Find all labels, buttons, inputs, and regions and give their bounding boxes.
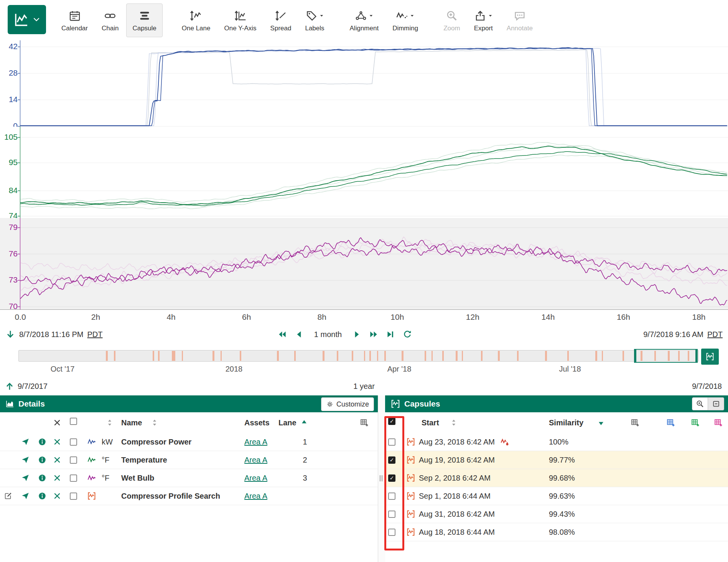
pin-icon[interactable]	[21, 451, 30, 469]
toolbar-button-spread[interactable]: Spread	[264, 3, 298, 37]
sort-lane-asc-icon[interactable]	[300, 412, 308, 433]
item-name[interactable]: Temperature	[121, 451, 167, 469]
remove-all-icon[interactable]	[53, 412, 61, 433]
capsules-add-column-icon[interactable]	[631, 412, 640, 433]
details-row-checkbox[interactable]	[70, 474, 77, 482]
toolbar-button-one-y-axis[interactable]: One Y-Axis	[218, 3, 262, 37]
similarity-column-header[interactable]: Similarity	[549, 412, 583, 433]
capsule-row-3[interactable]: Sep 1, 2018 6:44 AM99.63%	[385, 487, 728, 505]
view-selector-dropdown[interactable]	[8, 5, 46, 34]
capsule-checkbox[interactable]: ✓	[388, 456, 395, 464]
timeline-capsule-mark	[182, 351, 183, 361]
details-add-column-icon[interactable]	[360, 412, 369, 433]
lane-temperature[interactable]: 105958474	[0, 127, 728, 218]
remove-icon[interactable]	[53, 433, 61, 451]
capsule-checkbox[interactable]	[388, 493, 395, 500]
capsules-collapse-button[interactable]	[708, 397, 724, 410]
assets-column-header[interactable]: Assets	[244, 412, 270, 433]
capsule-checkbox[interactable]	[388, 529, 395, 536]
toolbar-button-labels[interactable]: Labels	[299, 3, 330, 37]
remove-icon[interactable]	[53, 451, 61, 469]
pin-icon[interactable]	[21, 487, 30, 505]
toolbar-button-alignment[interactable]: Alignment	[344, 3, 385, 37]
sort-similarity-desc-icon[interactable]	[597, 412, 605, 433]
asset-link[interactable]: Area A	[244, 469, 267, 487]
capsule-checkbox[interactable]	[388, 438, 395, 446]
info-icon[interactable]	[38, 469, 46, 487]
capsules-select-all-checkbox[interactable]: ✓	[388, 418, 395, 425]
capsule-row-0[interactable]: Aug 23, 2018 6:42 AM100%	[385, 433, 728, 451]
info-icon[interactable]	[38, 487, 46, 505]
details-row-checkbox[interactable]	[70, 493, 77, 500]
sort-start-icon[interactable]	[450, 412, 458, 433]
step-back-button[interactable]	[294, 329, 304, 339]
step-back-many-button[interactable]	[277, 329, 287, 339]
capsule-checkbox[interactable]	[388, 511, 395, 518]
capsule-checkbox[interactable]: ✓	[388, 474, 395, 482]
timeline-scrubber[interactable]	[18, 350, 699, 362]
details-row-1[interactable]: °FTemperatureArea A2	[0, 451, 378, 469]
toolbar-button-one-lane[interactable]: One Lane	[176, 3, 217, 37]
sort-value-icon[interactable]	[105, 412, 114, 433]
customize-button[interactable]: Customize	[321, 397, 374, 411]
details-row-checkbox[interactable]	[70, 438, 77, 446]
asset-link[interactable]: Area A	[244, 451, 267, 469]
toolbar-button-export[interactable]: Export	[468, 3, 499, 37]
details-row-2[interactable]: °FWet BulbArea A3	[0, 469, 378, 487]
range-end-timezone-link[interactable]: PDT	[707, 330, 723, 339]
lane-column-header[interactable]: Lane	[278, 412, 296, 433]
asset-link[interactable]: Area A	[244, 433, 267, 451]
pin-icon[interactable]	[21, 433, 30, 451]
asset-link[interactable]: Area A	[244, 487, 267, 505]
toolbar-button-chain[interactable]: Chain	[96, 3, 125, 37]
capsule-row-5[interactable]: Aug 18, 2018 6:44 AM98.08%	[385, 523, 728, 541]
info-icon[interactable]	[38, 433, 46, 451]
lane-wet-bulb[interactable]: 79767370	[0, 218, 728, 310]
toolbar-button-dimming[interactable]: Dimming	[386, 3, 424, 37]
details-select-all-checkbox[interactable]	[70, 418, 77, 425]
toolbar-button-annotate[interactable]: Annotate	[501, 3, 539, 37]
item-name[interactable]: Wet Bulb	[121, 469, 154, 487]
lane-compressor-power[interactable]: 4228140	[0, 40, 728, 127]
step-forward-many-button[interactable]	[369, 329, 379, 339]
magnifier-plus-icon	[696, 400, 704, 408]
toolbar-button-calendar[interactable]: Calendar	[55, 3, 94, 37]
start-column-header[interactable]: Start	[422, 412, 439, 433]
toolbar-button-capsule[interactable]: Capsule	[126, 3, 162, 37]
add-stat-column-green-icon[interactable]	[691, 412, 700, 433]
timeline-selection-region[interactable]	[634, 349, 698, 363]
panel-splitter[interactable]	[378, 395, 386, 562]
timeline-capsule-mark	[425, 351, 426, 361]
capsule-similarity: 99.77%	[549, 451, 575, 469]
item-name[interactable]: Compressor Profile Search	[121, 487, 220, 505]
edit-icon[interactable]	[4, 487, 12, 505]
details-row-0[interactable]: kWCompressor PowerArea A1	[0, 433, 378, 451]
capsules-tools	[692, 397, 724, 410]
sort-name-icon[interactable]	[150, 412, 159, 433]
timeline-label-Oct-17: Oct '17	[51, 365, 75, 374]
toolbar-button-zoom[interactable]: Zoom	[437, 3, 466, 37]
step-to-end-button[interactable]	[385, 329, 395, 339]
pin-icon[interactable]	[21, 469, 30, 487]
x-tick-4h: 4h	[166, 312, 175, 322]
remove-icon[interactable]	[53, 487, 61, 505]
capsule-row-4[interactable]: Aug 31, 2018 6:42 AM99.43%	[385, 505, 728, 523]
capsule-similarity: 99.68%	[549, 469, 575, 487]
add-stat-column-magenta-icon[interactable]	[714, 412, 723, 433]
capsule-row-1[interactable]: ✓Aug 19, 2018 6:42 AM99.77%	[385, 451, 728, 469]
details-row-3[interactable]: Compressor Profile SearchArea A	[0, 487, 378, 505]
info-icon[interactable]	[38, 451, 46, 469]
details-row-checkbox[interactable]	[70, 456, 77, 464]
refresh-button[interactable]	[402, 329, 412, 339]
step-forward-button[interactable]	[352, 329, 362, 339]
capsule-time-toggle-button[interactable]	[701, 349, 719, 365]
add-stat-column-blue-icon[interactable]	[666, 412, 675, 433]
details-rows: kWCompressor PowerArea A1°FTemperatureAr…	[0, 433, 378, 505]
name-column-header[interactable]: Name	[121, 412, 142, 433]
capsules-zoom-button[interactable]	[692, 397, 708, 410]
capsule-row-2[interactable]: ✓Sep 2, 2018 6:42 AM99.68%	[385, 469, 728, 487]
y-tick-lane3-70: 70	[0, 302, 18, 310]
item-name[interactable]: Compressor Power	[121, 433, 191, 451]
remove-icon[interactable]	[53, 469, 61, 487]
splitter-handle-icon[interactable]	[380, 475, 382, 481]
